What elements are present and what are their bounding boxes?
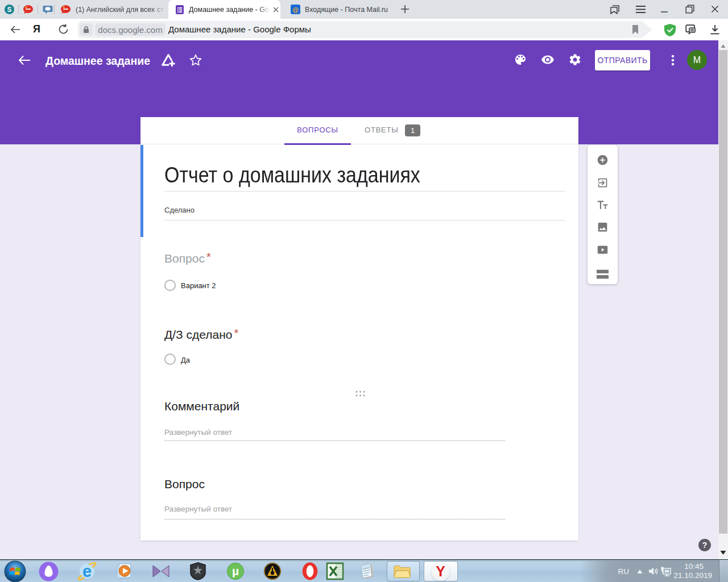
svg-text:µ: µ [232, 564, 239, 577]
svg-text:@: @ [292, 6, 299, 13]
svg-text:S: S [7, 6, 11, 14]
